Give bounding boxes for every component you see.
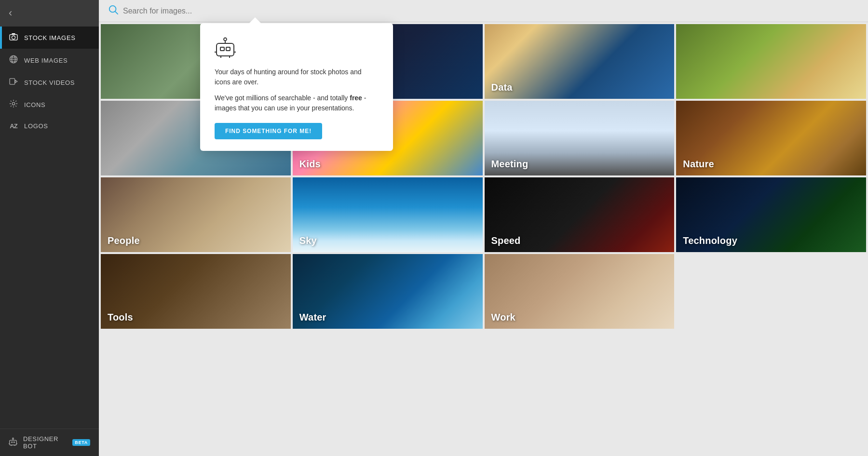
sidebar-item-logos[interactable]: AZ LOGOS	[0, 116, 99, 136]
grid-label-data: Data	[491, 82, 513, 93]
grid-cell-water[interactable]: Water	[293, 254, 483, 329]
tooltip-subtitle-pre: We've got millions of searchable - and t…	[215, 94, 350, 102]
grid-cell-sky[interactable]: Sky	[293, 177, 483, 252]
sidebar-back-button[interactable]: ‹	[0, 0, 99, 27]
svg-point-10	[12, 102, 14, 105]
gear-icon	[9, 99, 18, 110]
grid-label-kids: Kids	[299, 159, 321, 170]
robot-icon	[9, 437, 17, 448]
search-icon	[108, 5, 118, 17]
tooltip-subtitle: We've got millions of searchable - and t…	[215, 93, 379, 113]
svg-rect-23	[220, 47, 224, 51]
grid-cell-work[interactable]: Work	[485, 254, 675, 329]
find-something-button[interactable]: FIND SOMETHING FOR ME!	[215, 123, 322, 139]
sidebar-item-stock-images[interactable]: STOCK IMAGES	[0, 27, 99, 49]
sidebar-item-designer-bot[interactable]: DESIGNER BOT BETA	[0, 429, 99, 456]
sidebar-item-label: LOGOS	[24, 122, 48, 130]
search-input[interactable]	[123, 7, 858, 15]
sidebar-item-label: ICONS	[24, 101, 45, 108]
grid-label-speed: Speed	[491, 235, 521, 246]
grid-label-tools: Tools	[108, 312, 133, 323]
svg-rect-2	[12, 33, 15, 35]
svg-rect-12	[11, 442, 13, 443]
beta-badge: BETA	[72, 439, 90, 446]
tooltip-title: Your days of hunting around for stock ph…	[215, 67, 379, 87]
search-bar	[99, 0, 868, 22]
designer-bot-label: DESIGNER BOT	[23, 435, 67, 450]
tooltip-popup: Your days of hunting around for stock ph…	[200, 23, 393, 151]
sidebar-item-label: STOCK IMAGES	[24, 34, 76, 41]
grid-label-meeting: Meeting	[491, 159, 529, 170]
sidebar-item-label: STOCK VIDEOS	[24, 79, 75, 86]
grid-cell-meeting[interactable]: Meeting	[485, 101, 675, 175]
grid-cell-tools[interactable]: Tools	[101, 254, 291, 329]
sidebar-item-icons[interactable]: ICONS	[0, 93, 99, 116]
camera-icon	[9, 33, 18, 42]
sidebar-item-label: WEB IMAGES	[24, 57, 68, 64]
main-content: Crowd Data Kids Meeting Nature People	[99, 0, 868, 456]
grid-cell-speed[interactable]: Speed	[485, 177, 675, 252]
grid-label-work: Work	[491, 312, 515, 323]
grid-label-technology: Technology	[683, 235, 737, 246]
sidebar: ‹ STOCK IMAGES WEB IMAGES	[0, 0, 99, 456]
grid-cell-nature[interactable]: Nature	[676, 101, 866, 175]
svg-rect-11	[10, 440, 16, 445]
grid-cell-technology[interactable]: Technology	[676, 177, 866, 252]
svg-rect-8	[10, 79, 15, 84]
back-icon: ‹	[9, 7, 13, 19]
svg-marker-9	[15, 80, 17, 82]
robot-emoji-icon	[215, 37, 379, 62]
svg-rect-13	[14, 442, 15, 443]
grid-label-nature: Nature	[683, 159, 714, 170]
svg-point-20	[109, 6, 116, 13]
sidebar-item-stock-videos[interactable]: STOCK VIDEOS	[0, 72, 99, 93]
grid-cell-data[interactable]: Data	[485, 24, 675, 99]
svg-point-1	[12, 36, 15, 39]
sidebar-item-web-images[interactable]: WEB IMAGES	[0, 49, 99, 72]
svg-point-26	[224, 38, 227, 41]
svg-rect-22	[217, 43, 234, 56]
video-icon	[9, 78, 18, 87]
grid-label-sky: Sky	[299, 235, 317, 246]
tooltip-free-label: free	[350, 94, 362, 102]
svg-point-15	[13, 438, 14, 439]
grid-cell-people[interactable]: People	[101, 177, 291, 252]
globe-icon	[9, 55, 18, 66]
grid-label-water: Water	[299, 312, 326, 323]
grid-cell-food[interactable]	[676, 24, 866, 99]
svg-rect-24	[226, 47, 230, 51]
svg-line-21	[115, 12, 118, 14]
az-icon: AZ	[9, 122, 18, 130]
grid-label-people: People	[108, 235, 140, 246]
